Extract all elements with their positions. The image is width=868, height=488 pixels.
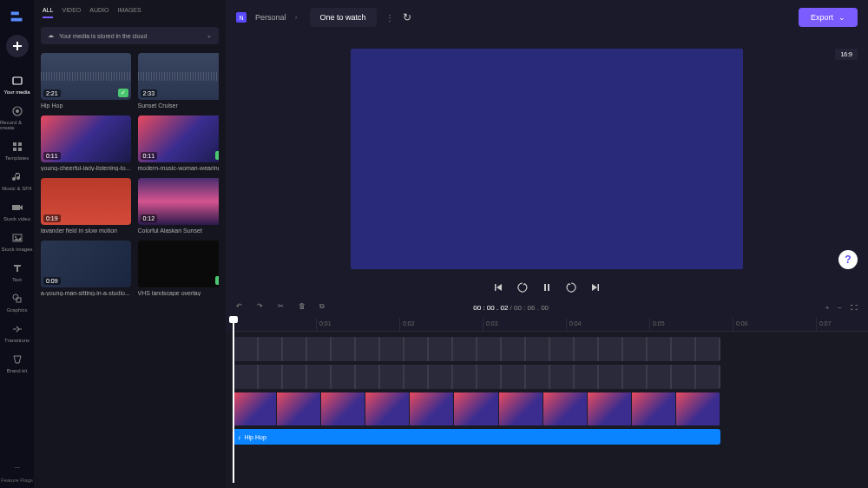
nav-label: Record & create — [0, 120, 34, 130]
cloud-icon: ☁ — [48, 32, 54, 39]
tab-audio[interactable]: AUDIO — [89, 7, 108, 18]
track-empty[interactable] — [233, 448, 861, 472]
track-row[interactable] — [233, 337, 861, 361]
skip-start-button[interactable] — [492, 281, 504, 293]
nav-stock-images[interactable]: Stock images — [0, 227, 34, 255]
app-logo[interactable] — [8, 7, 27, 26]
duration-badge: 0:11 — [141, 152, 158, 160]
redo-button[interactable]: ↷ — [257, 302, 267, 313]
export-button[interactable]: Export ⌄ — [799, 8, 858, 27]
svg-rect-6 — [18, 148, 22, 151]
zoom-out-button[interactable]: − — [838, 304, 842, 312]
svg-rect-7 — [12, 205, 20, 210]
nav-label: Text — [12, 277, 22, 282]
media-item[interactable]: 0:11young-cheerful-lady-listening-to... — [41, 115, 131, 171]
tab-video[interactable]: VIDEO — [62, 7, 81, 18]
video-preview[interactable] — [351, 49, 743, 269]
clip[interactable] — [233, 365, 720, 389]
rewind-button[interactable] — [516, 281, 529, 293]
media-item[interactable]: ✓VHS landscape overlay — [138, 241, 220, 296]
media-thumbnail[interactable]: 0:11✓ — [138, 115, 220, 162]
player-controls — [226, 276, 868, 297]
svg-rect-3 — [13, 142, 16, 146]
timeline-ruler[interactable]: 0:010:020:030:040:050:060:07 — [233, 318, 868, 332]
media-tabs: ALL VIDEO AUDIO IMAGES — [41, 7, 219, 18]
cloud-info-bar[interactable]: ☁ Your media is stored in the cloud ⌄ — [41, 27, 219, 44]
text-icon — [11, 262, 23, 274]
media-thumbnail[interactable]: ✓ — [138, 241, 220, 287]
video-frame — [321, 392, 365, 425]
workspace-badge[interactable]: N — [236, 12, 247, 23]
skip-end-button[interactable] — [589, 281, 602, 293]
more-menu[interactable]: ⋯ — [0, 455, 34, 476]
tab-all[interactable]: ALL — [43, 7, 53, 18]
image-icon — [11, 232, 23, 244]
undo-button[interactable]: ↶ — [236, 302, 247, 313]
media-thumbnail[interactable]: 0:12 — [138, 178, 220, 225]
nav-brand[interactable]: Brand kit — [0, 348, 34, 377]
video-frame — [676, 392, 720, 425]
workspace-name[interactable]: Personal — [255, 13, 286, 22]
nav-record[interactable]: Record & create — [0, 100, 34, 134]
chevron-down-icon: ⌄ — [838, 13, 845, 22]
media-thumbnail[interactable]: 0:11 — [41, 115, 131, 162]
nav-stock-video[interactable]: Stock video — [0, 196, 34, 225]
forward-button[interactable] — [565, 281, 577, 293]
aspect-ratio-badge[interactable]: 16:9 — [835, 49, 858, 60]
regenerate-icon[interactable]: ↻ — [403, 11, 411, 23]
track-audio[interactable]: ♪Hip Hop — [233, 429, 861, 445]
media-label: Sunset Cruiser — [138, 102, 220, 109]
media-thumbnail[interactable]: 0:19 — [41, 178, 131, 225]
playhead[interactable] — [233, 318, 234, 483]
delete-button[interactable]: 🗑 — [299, 302, 309, 313]
media-item[interactable]: 0:09a-young-man-sitting-in-a-studio... — [41, 241, 131, 296]
media-item[interactable]: 2:33Sunset Cruiser — [138, 53, 220, 109]
nav-transitions[interactable]: Transitions — [0, 318, 34, 346]
svg-point-9 — [15, 236, 16, 238]
media-thumbnail[interactable]: 2:33 — [138, 53, 220, 100]
media-label: young-cheerful-lady-listening-to... — [41, 165, 131, 171]
split-button[interactable]: ✂ — [278, 302, 288, 313]
media-item[interactable]: 0:11✓modern-music-woman-wearing-... — [138, 115, 220, 171]
nav-graphics[interactable]: Graphics — [0, 287, 34, 316]
fit-button[interactable]: ⛶ — [851, 304, 858, 312]
track-row[interactable] — [233, 365, 861, 389]
video-frame — [365, 392, 410, 425]
nav-templates[interactable]: Templates — [0, 135, 34, 164]
media-item[interactable]: 0:19lavander field in slow motion — [41, 178, 131, 234]
audio-clip[interactable]: ♪Hip Hop — [233, 429, 720, 445]
video-clip[interactable] — [233, 392, 720, 425]
duration-badge: 0:19 — [43, 214, 61, 222]
media-item[interactable]: 0:12Colorful Alaskan Sunset — [138, 178, 220, 234]
pause-button[interactable] — [541, 281, 553, 293]
clip[interactable] — [233, 337, 720, 361]
nav-label: Transitions — [4, 338, 30, 343]
svg-rect-12 — [544, 284, 546, 291]
zoom-in-button[interactable]: + — [825, 304, 830, 312]
media-panel: ALL VIDEO AUDIO IMAGES ☁ Your media is s… — [34, 0, 226, 488]
nav-your-media[interactable]: Your media — [0, 69, 34, 98]
add-button[interactable] — [6, 35, 29, 57]
media-thumbnail[interactable]: 0:09 — [41, 241, 131, 287]
nav-label: Music & SFX — [2, 186, 32, 191]
help-button[interactable]: ? — [838, 250, 858, 269]
music-icon — [11, 171, 23, 183]
timeline-toolbar: ↶ ↷ ✂ 🗑 ⧉ 00 : 00 . 02 / 00 : 06 . 00 + … — [226, 297, 868, 318]
media-item[interactable]: 2:21✓Hip Hop — [41, 53, 131, 109]
templates-icon — [11, 141, 23, 153]
feature-flags-link[interactable]: Feature Flags — [1, 478, 33, 488]
track-video[interactable] — [233, 392, 861, 425]
media-label: VHS landscape overlay — [138, 290, 220, 296]
video-frame — [277, 392, 321, 425]
timecode-display: 00 : 00 . 02 / 00 : 06 . 00 — [473, 304, 549, 312]
tab-images[interactable]: IMAGES — [117, 7, 141, 18]
project-name[interactable]: One to watch — [310, 8, 377, 27]
duplicate-button[interactable]: ⧉ — [319, 302, 330, 313]
media-thumbnail[interactable]: 2:21✓ — [41, 53, 131, 100]
dots-icon[interactable]: ⋮ — [385, 13, 394, 23]
video-frame — [454, 392, 498, 425]
ruler-tick: 0:07 — [816, 318, 832, 331]
nav-text[interactable]: Text — [0, 257, 34, 286]
transitions-icon — [11, 323, 23, 335]
nav-music[interactable]: Music & SFX — [0, 166, 34, 195]
